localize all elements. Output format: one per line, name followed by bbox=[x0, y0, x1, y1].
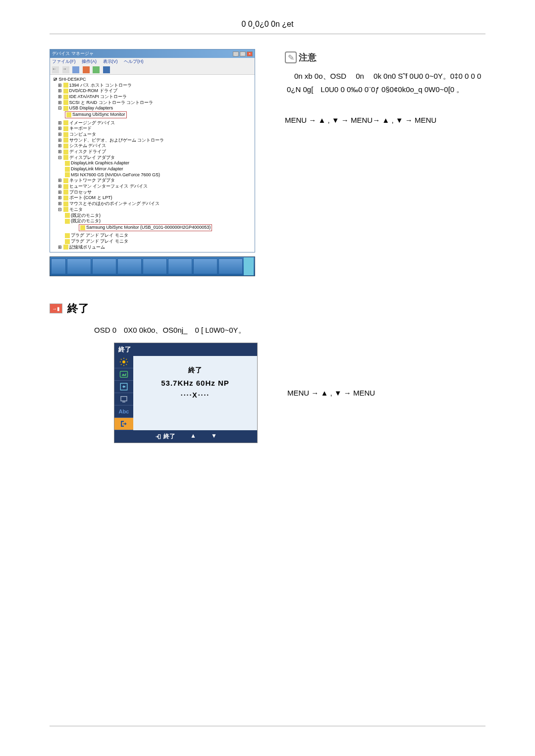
tree-item: ⊞ キーボード bbox=[51, 126, 254, 132]
tree-item: ⊟ モニタ bbox=[51, 207, 254, 213]
svg-point-0 bbox=[122, 360, 125, 363]
titlebar: デバイス マネージャ _ □ × bbox=[50, 50, 255, 58]
tree-item: ⊞ コンピュータ bbox=[51, 132, 254, 138]
osd-panel: 終了 bbox=[114, 343, 258, 443]
tree-item-highlighted: Samsung UbiSync Monitor bbox=[65, 111, 127, 118]
svg-line-6 bbox=[126, 364, 127, 365]
tree-item: ⊟ USB Display Adapters bbox=[51, 105, 254, 111]
tree-item: ⊞ IDE ATA/ATAPI コントローラ bbox=[51, 94, 254, 100]
menu-help[interactable]: ヘルプ(H) bbox=[124, 59, 144, 64]
tree-item: MSI NX7600 GS (NVIDIA GeForce 7600 GS) bbox=[51, 172, 254, 178]
osd-content: 終了 53.7KHz 60Hz NP ····X···· bbox=[133, 356, 257, 430]
toolbar-icon-4[interactable] bbox=[103, 66, 110, 73]
taskbar-tray bbox=[244, 257, 254, 275]
tree-item: ⊞ マウスとそのほかのポインティング デバイス bbox=[51, 201, 254, 207]
tree-item: DisplayLink Graphics Adapter bbox=[51, 160, 254, 166]
footer-exit[interactable]: 終了 bbox=[155, 432, 175, 441]
taskbar-segment bbox=[193, 258, 217, 274]
tree-item: ⊞ DVD/CD-ROM ドライブ bbox=[51, 88, 254, 94]
tree-item: ⊞ ポート (COM と LPT) bbox=[51, 195, 254, 201]
notice-body: 0n xb 0o、OSD 0n 0k 0n0 S˜f 0U0 0~0Y。0‡0 … bbox=[287, 69, 485, 96]
taskbar-figure bbox=[50, 256, 255, 276]
pencil-icon: ✎ bbox=[285, 51, 297, 63]
back-icon[interactable]: ← bbox=[52, 66, 59, 73]
taskbar-segment bbox=[117, 258, 142, 274]
osd-title: 終了 bbox=[114, 343, 257, 356]
tree-item: ⊞ 1394 バス ホスト コントローラ bbox=[51, 83, 254, 89]
menu-bar: ファイル(F) 操作(A) 表示(V) ヘルプ(H) bbox=[50, 58, 255, 65]
tree-item-highlighted: Samsung UbiSync Monitor (USB_0101-000000… bbox=[79, 224, 212, 231]
svg-line-5 bbox=[121, 359, 122, 360]
osd-footer: 終了 ▲ ▼ bbox=[114, 430, 257, 443]
tree-item: ⊞ システム デバイス bbox=[51, 143, 254, 149]
input-icon[interactable] bbox=[114, 381, 133, 393]
menu-file[interactable]: ファイル(F) bbox=[52, 59, 76, 64]
section-description: OSD 0 0X0 0k0o、OS0nj_ 0 [ L0W0~0Y。 bbox=[94, 326, 485, 335]
taskbar-segment bbox=[168, 258, 192, 274]
section-heading: →▮ 終了 bbox=[50, 301, 485, 316]
notice-title: 注意 bbox=[299, 51, 317, 63]
tree-item: ⊞ プロセッサ bbox=[51, 190, 254, 196]
tree-item: ⊞ イメージング デバイス bbox=[51, 120, 254, 126]
heading-text: 終了 bbox=[67, 301, 89, 316]
picture-icon[interactable] bbox=[114, 368, 133, 381]
svg-marker-10 bbox=[122, 373, 126, 376]
window-controls: _ □ × bbox=[233, 51, 253, 56]
screen-icon[interactable] bbox=[114, 393, 133, 405]
svg-rect-12 bbox=[121, 397, 127, 401]
up-arrow-icon[interactable]: ▲ bbox=[190, 432, 196, 441]
tree-item: プラグ アンド プレイ モニタ bbox=[51, 239, 254, 245]
tree-item: ⊞ ヒューマン インターフェイス デバイス bbox=[51, 184, 254, 190]
down-arrow-icon[interactable]: ▼ bbox=[211, 432, 217, 441]
device-manager-window: デバイス マネージャ _ □ × ファイル(F) 操作(A) 表示(V) ヘルプ… bbox=[50, 49, 255, 252]
taskbar-segment bbox=[51, 258, 66, 274]
osd-frequency: 53.7KHz 60Hz NP bbox=[161, 379, 229, 387]
tree-item: プラグ アンド プレイ モニタ bbox=[51, 233, 254, 239]
tree-item: ⊞ ディスク ドライブ bbox=[51, 149, 254, 155]
tree-item: ⊞ ネットワーク アダプタ bbox=[51, 178, 254, 184]
tree-item: (既定のモニタ) bbox=[51, 213, 254, 219]
window-title: デバイス マネージャ bbox=[52, 50, 94, 57]
tree-item: ⊟ ディスプレイ アダプタ bbox=[51, 155, 254, 161]
tree-item: DisplayLink Mirror Adapter bbox=[51, 166, 254, 172]
taskbar-segment bbox=[218, 258, 243, 274]
close-button[interactable]: × bbox=[247, 51, 253, 56]
taskbar-segment bbox=[67, 258, 91, 274]
exit-tab-icon[interactable] bbox=[114, 418, 133, 430]
section-1: デバイス マネージャ _ □ × ファイル(F) 操作(A) 表示(V) ヘルプ… bbox=[50, 49, 485, 276]
notice-column: ✎ 注意 0n xb 0o、OSD 0n 0k 0n0 S˜f 0U0 0~0Y… bbox=[285, 49, 485, 276]
taskbar-segment bbox=[92, 258, 116, 274]
tree-item: (既定のモニタ) bbox=[51, 218, 254, 224]
menu-view[interactable]: 表示(V) bbox=[103, 59, 118, 64]
tree-item: ⊞ SCSI と RAID コントローラ コントローラ bbox=[51, 100, 254, 106]
osd-sidebar: Abc bbox=[114, 356, 133, 430]
taskbar-segment bbox=[143, 258, 167, 274]
section-2: →▮ 終了 OSD 0 0X0 0k0o、OS0nj_ 0 [ L0W0~0Y。… bbox=[50, 301, 485, 443]
svg-rect-14 bbox=[159, 435, 160, 439]
footer-divider bbox=[50, 726, 485, 726]
tree-root: 🖳 SHI-DESKPC bbox=[51, 77, 254, 83]
tree-item: ⊞ 記憶域ボリューム bbox=[51, 245, 254, 251]
notice-heading: ✎ 注意 bbox=[285, 51, 485, 63]
exit-icon: →▮ bbox=[50, 303, 62, 313]
svg-line-7 bbox=[121, 364, 122, 365]
osd-indicator: ····X···· bbox=[181, 391, 210, 399]
menu-navigation-1: MENU → ▲ , ▼ → MENU→ ▲ , ▼ → MENU bbox=[285, 113, 485, 127]
tree-item: ⊞ サウンド、ビデオ、およびゲーム コントローラ bbox=[51, 138, 254, 144]
toolbar: ← → bbox=[50, 65, 255, 75]
minimize-button[interactable]: _ bbox=[233, 51, 239, 56]
toolbar-icon-2[interactable] bbox=[83, 66, 90, 73]
maximize-button[interactable]: □ bbox=[240, 51, 246, 56]
svg-line-8 bbox=[126, 359, 127, 360]
forward-icon[interactable]: → bbox=[62, 66, 69, 73]
toolbar-icon-1[interactable] bbox=[72, 66, 79, 73]
brightness-icon[interactable] bbox=[114, 356, 133, 368]
menu-action[interactable]: 操作(A) bbox=[82, 59, 97, 64]
osd-main-label: 終了 bbox=[188, 366, 202, 375]
text-icon[interactable]: Abc bbox=[114, 405, 133, 418]
page-header: 0 0¸0¿0 0n ¿et bbox=[50, 20, 485, 34]
toolbar-icon-3[interactable] bbox=[93, 66, 100, 73]
menu-navigation-2: MENU → ▲ , ▼ → MENU bbox=[287, 386, 375, 400]
device-tree: 🖳 SHI-DESKPC ⊞ 1394 バス ホスト コントローラ ⊞ DVD/… bbox=[50, 75, 255, 252]
